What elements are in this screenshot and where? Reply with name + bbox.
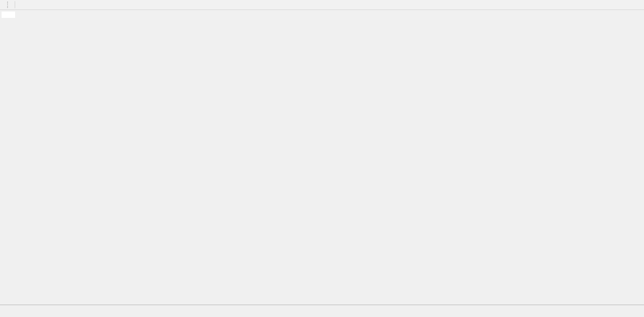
chart-canvas[interactable] (0, 0, 644, 317)
chart-tool-button[interactable] (1, 4, 6, 6)
chart-title (2, 12, 15, 18)
chart-tab-bar (0, 305, 644, 314)
toolbar-grip (7, 2, 9, 8)
tab-scroll-arrows (637, 313, 644, 314)
toolbar-separator (15, 1, 15, 8)
top-toolbar (0, 0, 644, 10)
mt4-terminal: { "icons": { "title_dropdown": "▼", "too… (0, 0, 644, 317)
